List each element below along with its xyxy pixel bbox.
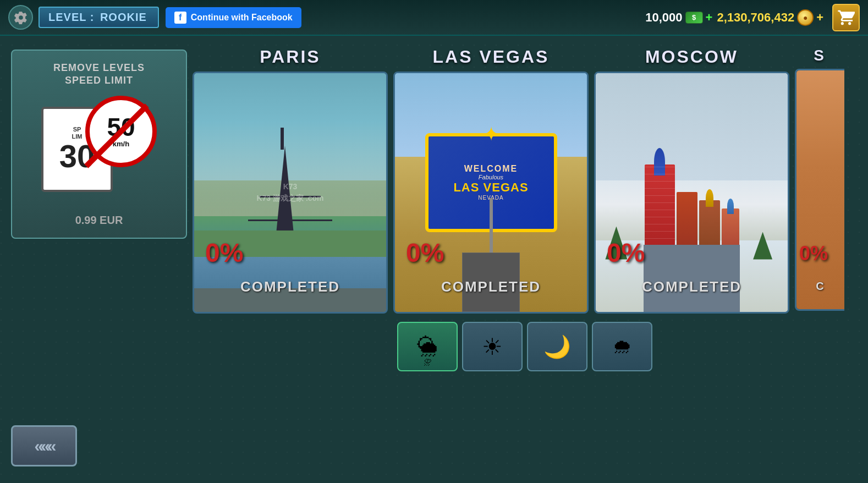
side-dome-2 xyxy=(706,189,713,207)
lv-star: ✦ xyxy=(483,123,499,146)
lasvegas-scene: WELCOME Fabulous LAS VEGAS NEVADA ✦ xyxy=(395,73,587,312)
lasvegas-percent: 0% xyxy=(406,238,444,268)
level-prefix: LEVEL : xyxy=(48,11,94,23)
cities-row: PARIS xyxy=(11,47,857,314)
paris-percent: 0% xyxy=(205,238,243,268)
side-dome-3 xyxy=(727,199,734,214)
paris-card[interactable]: K73K73 游戏之家 .com 0% COMPLETED xyxy=(193,72,388,314)
main-content: PARIS xyxy=(0,36,868,483)
moscow-completed: COMPLETED xyxy=(596,278,788,295)
side-dome-1 xyxy=(683,180,691,200)
cash-display: 10,000 $ + xyxy=(645,10,712,25)
partial-city-title: S xyxy=(814,47,826,64)
day-rain-sub: ⛈ xyxy=(398,358,457,367)
eiffel-beam2 xyxy=(248,219,333,221)
lv-sign-name: LAS VEGAS xyxy=(453,180,528,195)
paris-completed: COMPLETED xyxy=(194,278,386,295)
weather-rain-button[interactable]: 🌧 xyxy=(592,322,652,371)
eiffel-top xyxy=(281,128,284,150)
top-bar: LEVEL : ROOKIE f Continue with Facebook … xyxy=(0,0,868,36)
paris-column: PARIS xyxy=(193,47,388,314)
moscow-scene xyxy=(596,73,788,312)
moscow-title: MOSCOW xyxy=(645,47,738,67)
main-tower xyxy=(645,164,675,253)
lv-sign-fabulous: Fabulous xyxy=(479,174,503,180)
shop-button[interactable] xyxy=(832,4,860,31)
currency-display: 10,000 $ + 2,130,706,432 ● + xyxy=(645,4,860,31)
add-coin-button[interactable]: + xyxy=(816,10,823,25)
paris-title: PARIS xyxy=(260,47,320,67)
partial-scene xyxy=(796,70,844,309)
weather-night-button[interactable]: 🌙 xyxy=(527,322,587,371)
day-rain-icon: 🌦 xyxy=(417,335,438,359)
back-icon: ««« xyxy=(34,437,53,455)
facebook-logo: f xyxy=(174,12,186,24)
lasvegas-card[interactable]: WELCOME Fabulous LAS VEGAS NEVADA ✦ 0% C… xyxy=(393,72,589,314)
settings-button[interactable] xyxy=(8,5,33,30)
weather-day-rain-button[interactable]: 🌦 ⛈ xyxy=(397,322,458,371)
lv-sign-welcome: WELCOME xyxy=(464,164,518,174)
level-value: ROOKIE xyxy=(100,11,147,23)
stripe xyxy=(645,164,675,253)
partial-city-column: S 0% C xyxy=(795,47,844,314)
partial-city-card[interactable]: 0% C xyxy=(795,69,844,311)
side-tower-1 xyxy=(677,192,697,253)
lasvegas-title: LAS VEGAS xyxy=(433,47,550,67)
weather-row: 🌦 ⛈ ☀ 🌙 🌧 xyxy=(216,322,652,371)
rain-icon: 🌧 xyxy=(612,335,632,358)
moscow-percent: 0% xyxy=(607,238,645,268)
moscow-column: MOSCOW xyxy=(594,47,789,314)
cash-icon: $ xyxy=(685,12,703,24)
sunny-icon: ☀ xyxy=(482,333,503,360)
moscow-card[interactable]: 0% COMPLETED xyxy=(594,72,789,314)
partial-percent: 0% xyxy=(799,242,828,265)
level-badge: LEVEL : ROOKIE xyxy=(39,7,159,28)
facebook-label: Continue with Facebook xyxy=(191,13,293,23)
partial-completed: C xyxy=(796,280,844,293)
coin-amount: 2,130,706,432 xyxy=(717,10,794,25)
cart-icon xyxy=(837,9,855,26)
lasvegas-completed: COMPLETED xyxy=(395,278,587,295)
gear-icon xyxy=(14,10,28,25)
lasvegas-column: LAS VEGAS WELCOME Fabulous LAS VEGAS NEV… xyxy=(393,47,589,314)
back-button[interactable]: ««« xyxy=(11,425,77,466)
side-tower-2 xyxy=(699,200,720,253)
eiffel-beam1 xyxy=(260,196,321,197)
moscow-cathedral xyxy=(645,164,739,253)
weather-sunny-button[interactable]: ☀ xyxy=(462,322,523,371)
facebook-button[interactable]: f Continue with Facebook xyxy=(166,7,301,28)
add-cash-button[interactable]: + xyxy=(706,10,713,25)
coin-display: 2,130,706,432 ● + xyxy=(717,9,823,26)
cash-amount: 10,000 xyxy=(645,10,682,25)
paris-scene: K73K73 游戏之家 .com xyxy=(194,73,386,312)
coin-icon: ● xyxy=(797,9,814,26)
night-icon: 🌙 xyxy=(543,334,571,360)
